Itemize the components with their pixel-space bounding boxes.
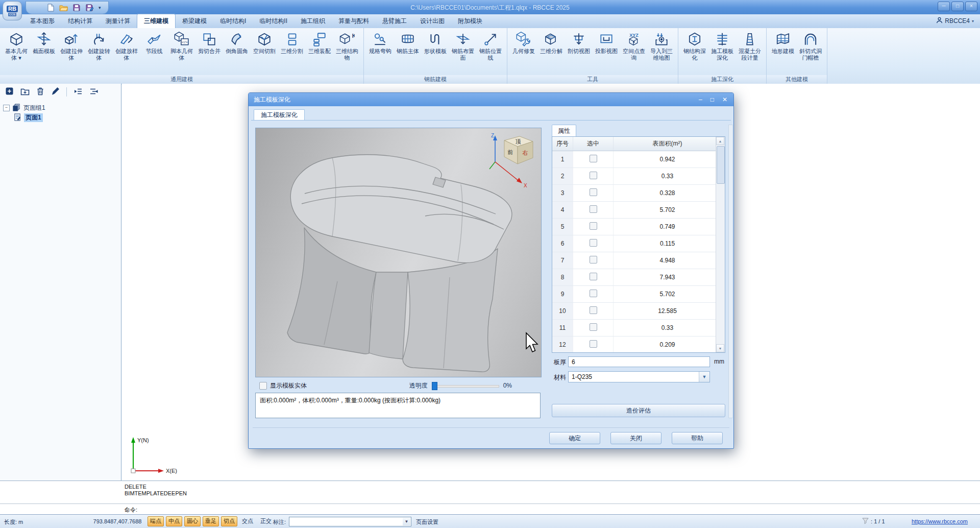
- row-checkbox[interactable]: [590, 239, 597, 247]
- ribbon-button[interactable]: 几何修复: [510, 31, 537, 55]
- ribbon-button[interactable]: 剖切视图: [566, 31, 592, 55]
- help-button[interactable]: 帮助: [672, 432, 723, 444]
- row-checkbox[interactable]: [590, 306, 597, 314]
- row-checkbox[interactable]: [590, 256, 597, 263]
- dialog-title-bar[interactable]: 施工模板深化 – □ ✕: [249, 93, 733, 106]
- snap-toggle[interactable]: 端点: [148, 516, 164, 526]
- ribbon-button[interactable]: 倒角圆角: [224, 31, 250, 55]
- ribbon-tab[interactable]: 基本图形: [23, 14, 61, 28]
- chevron-down-icon[interactable]: ▼: [403, 518, 410, 525]
- cost-evaluate-button[interactable]: 造价评估: [552, 404, 725, 417]
- command-prompt[interactable]: 命令:: [125, 506, 137, 514]
- page-setup-button[interactable]: 页面设置: [416, 518, 438, 526]
- ribbon-tab[interactable]: 悬臂施工: [376, 14, 413, 28]
- close-button[interactable]: ×: [965, 2, 977, 11]
- column-header-selected[interactable]: 选中: [573, 137, 614, 151]
- model-viewport[interactable]: 顶 前 右 Z X: [255, 128, 542, 377]
- ribbon-button[interactable]: 创建拉伸体: [58, 31, 85, 61]
- column-header-area[interactable]: 表面积(m²): [614, 137, 722, 151]
- chevron-down-icon[interactable]: ▼: [699, 372, 709, 382]
- annotation-style-combo[interactable]: ▼: [289, 517, 411, 526]
- ribbon-button[interactable]: 三维分解: [538, 31, 565, 55]
- thickness-input[interactable]: [568, 356, 710, 367]
- save-icon[interactable]: [72, 4, 81, 12]
- ribbon-button[interactable]: 投影视图: [593, 31, 620, 55]
- table-row[interactable]: 87.943: [552, 269, 722, 286]
- snap-toggle[interactable]: 正交: [258, 516, 274, 526]
- snap-toggle[interactable]: 中点: [166, 516, 182, 526]
- properties-tab[interactable]: 属性: [552, 125, 576, 136]
- material-combo[interactable]: 1-Q235 ▼: [568, 371, 710, 382]
- ribbon-tab[interactable]: 附加模块: [451, 14, 489, 28]
- table-row[interactable]: 60.115: [552, 235, 722, 252]
- table-row[interactable]: 50.749: [552, 219, 722, 235]
- open-file-icon[interactable]: [59, 4, 68, 12]
- slider-handle[interactable]: [432, 382, 437, 390]
- user-menu[interactable]: RBCCE4 ▾: [936, 17, 974, 25]
- scroll-up-icon[interactable]: ▲: [716, 137, 724, 145]
- ribbon-tab[interactable]: 桥梁建模: [176, 14, 213, 28]
- navigation-cube[interactable]: 顶 前 右 Z X: [487, 130, 538, 187]
- ribbon-button[interactable]: 截面模板: [31, 31, 57, 55]
- ribbon-button[interactable]: 钢结构深化: [681, 31, 708, 61]
- ribbon-button[interactable]: 剪切合并: [196, 31, 223, 55]
- ribbon-button[interactable]: 斜切式洞门帽檐: [797, 31, 824, 61]
- dialog-tab[interactable]: 施工模板深化: [254, 109, 305, 121]
- ribbon-button[interactable]: 基本几何体 ▾: [3, 31, 30, 61]
- table-row[interactable]: 20.33: [552, 168, 722, 185]
- transparency-slider[interactable]: [432, 382, 499, 389]
- dialog-close-footer-button[interactable]: 关闭: [610, 432, 662, 444]
- snap-toggle[interactable]: 垂足: [203, 516, 219, 526]
- ribbon-tab[interactable]: 三维建模: [137, 14, 176, 28]
- row-checkbox[interactable]: [590, 155, 597, 162]
- ribbon-button[interactable]: 混凝土分段计量: [737, 31, 763, 61]
- table-row[interactable]: 95.702: [552, 286, 722, 303]
- maximize-button[interactable]: □: [951, 2, 964, 11]
- panel-scroll-track[interactable]: [728, 125, 733, 418]
- ribbon-button[interactable]: K三维结构物: [334, 31, 360, 61]
- ribbon-tab[interactable]: 结构计算: [61, 14, 99, 28]
- ribbon-tab[interactable]: 临时结构I: [213, 14, 253, 28]
- add-page-icon[interactable]: [5, 87, 14, 97]
- dialog-close-button[interactable]: ✕: [722, 93, 727, 106]
- dialog-minimize-button[interactable]: –: [699, 93, 702, 106]
- new-document-icon[interactable]: [46, 4, 55, 12]
- minimize-button[interactable]: ─: [938, 2, 950, 11]
- table-row[interactable]: 74.948: [552, 252, 722, 269]
- tree-node-page-group[interactable]: − 页面组1: [3, 103, 118, 113]
- ribbon-button[interactable]: XYZ空间点查询: [621, 31, 647, 61]
- ribbon-button[interactable]: 创建放样体: [113, 31, 140, 61]
- ribbon-tab[interactable]: 测量计算: [99, 14, 137, 28]
- dialog-maximize-button[interactable]: □: [710, 93, 714, 106]
- table-row[interactable]: 10.942: [552, 151, 722, 168]
- table-row[interactable]: 120.209: [552, 337, 722, 353]
- ribbon-button[interactable]: 创建旋转体: [86, 31, 112, 61]
- delete-page-icon[interactable]: [36, 87, 44, 97]
- rename-page-icon[interactable]: [51, 87, 60, 97]
- table-scrollbar[interactable]: ▲ ▼: [716, 137, 725, 352]
- ribbon-button[interactable]: 钢筋主体: [395, 31, 421, 55]
- vendor-link[interactable]: https://www.rbcce.com: [912, 518, 968, 524]
- show-entity-checkbox[interactable]: [259, 382, 267, 390]
- table-row[interactable]: 1012.585: [552, 303, 722, 320]
- command-console[interactable]: DELETEBIMTEMPLATEDEEPEN 命令:: [0, 481, 980, 514]
- row-checkbox[interactable]: [590, 290, 597, 297]
- snap-toggle[interactable]: 切点: [221, 516, 237, 526]
- row-checkbox[interactable]: [590, 188, 597, 196]
- ribbon-tab[interactable]: 临时结构II: [253, 14, 294, 28]
- snap-toggle[interactable]: 交点: [239, 516, 256, 526]
- scrollbar-thumb[interactable]: [717, 146, 725, 184]
- ok-button[interactable]: 确定: [549, 432, 600, 444]
- ribbon-button[interactable]: 空间切割: [251, 31, 278, 55]
- table-row[interactable]: 45.702: [552, 202, 722, 219]
- row-checkbox[interactable]: [590, 323, 597, 331]
- column-header-index[interactable]: 序号: [552, 137, 573, 151]
- ribbon-tab[interactable]: 设计出图: [413, 14, 451, 28]
- ribbon-button[interactable]: 施工模板深化: [709, 31, 736, 61]
- app-logo[interactable]: RB CCE: [3, 1, 22, 20]
- ribbon-button[interactable]: 钢筋位置线: [477, 31, 504, 61]
- ribbon-tab[interactable]: 算量与配料: [332, 14, 376, 28]
- ribbon-button[interactable]: 形状模板: [422, 31, 449, 55]
- ribbon-button[interactable]: 节段线: [141, 31, 167, 55]
- collapse-tree-icon[interactable]: [89, 87, 99, 97]
